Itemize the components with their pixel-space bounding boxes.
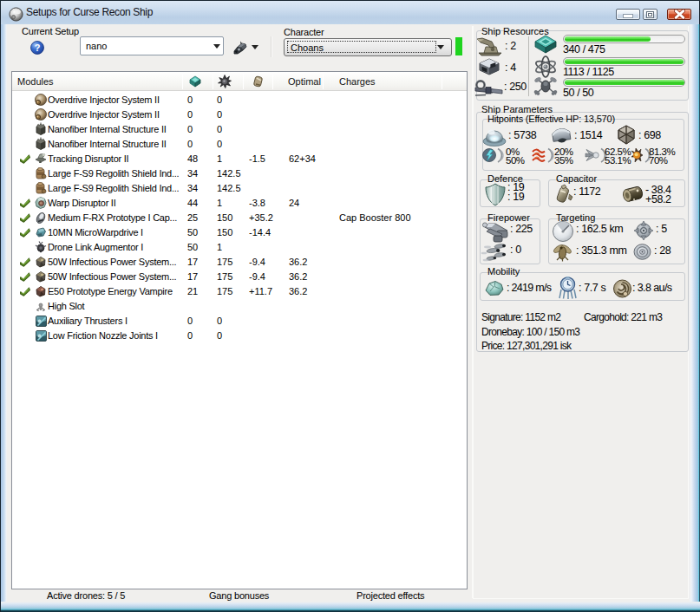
svg-text:?: ? xyxy=(35,42,41,53)
